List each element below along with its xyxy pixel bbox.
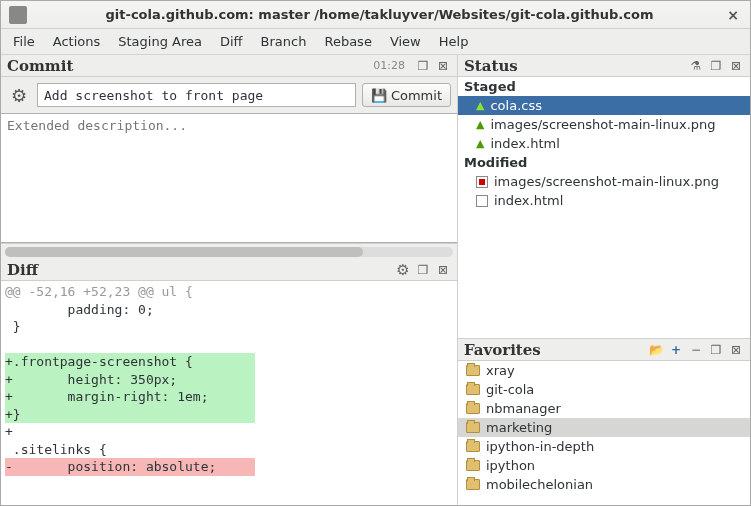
favorite-item-label: ipython [486, 458, 535, 473]
menu-diff[interactable]: Diff [220, 34, 243, 49]
folder-icon [466, 479, 480, 490]
favorite-item[interactable]: ipython [458, 456, 750, 475]
diff-line[interactable]: .sitelinks { [5, 441, 453, 459]
folder-icon [466, 441, 480, 452]
diff-line[interactable]: padding: 0; [5, 301, 453, 319]
favorite-item[interactable]: xray [458, 361, 750, 380]
status-item-label: cola.css [490, 98, 542, 113]
diff-panel-title: Diff [7, 261, 391, 279]
menu-staging-area[interactable]: Staging Area [118, 34, 202, 49]
favorite-item-label: nbmanager [486, 401, 561, 416]
status-section-staged[interactable]: Staged [458, 77, 750, 96]
gear-icon[interactable]: ⚙ [7, 83, 31, 107]
filter-icon[interactable]: ⚗ [688, 58, 704, 74]
close-panel-icon[interactable]: ⊠ [728, 342, 744, 358]
favorite-item-label: mobilechelonian [486, 477, 593, 492]
staged-icon: ▲ [476, 99, 484, 112]
restore-icon[interactable]: ❐ [415, 262, 431, 278]
diff-line[interactable]: } [5, 318, 453, 336]
add-icon[interactable]: + [668, 342, 684, 358]
app-icon [9, 6, 27, 24]
status-item[interactable]: ▲images/screenshot-main-linux.png [458, 115, 750, 134]
commit-description-input[interactable] [1, 113, 457, 243]
menu-help[interactable]: Help [439, 34, 469, 49]
open-folder-icon[interactable]: 📂 [648, 342, 664, 358]
window-close-button[interactable]: × [724, 7, 742, 23]
close-panel-icon[interactable]: ⊠ [435, 58, 451, 74]
status-item-label: images/screenshot-main-linux.png [490, 117, 715, 132]
status-panel-title: Status [464, 57, 684, 75]
menu-rebase[interactable]: Rebase [324, 34, 371, 49]
commit-toolbar: ⚙ 💾 Commit [1, 77, 457, 113]
commit-panel-header: Commit 01:28 ❐ ⊠ [1, 55, 457, 77]
commit-button-label: Commit [391, 88, 442, 103]
window-titlebar: git-cola.github.com: master /home/takluy… [1, 1, 750, 29]
folder-icon [466, 422, 480, 433]
close-panel-icon[interactable]: ⊠ [435, 262, 451, 278]
favorites-list[interactable]: xraygit-colanbmanagermarketingipython-in… [458, 361, 750, 506]
window-title: git-cola.github.com: master /home/takluy… [35, 7, 724, 22]
commit-button[interactable]: 💾 Commit [362, 83, 451, 107]
favorite-item[interactable]: nbmanager [458, 399, 750, 418]
save-icon: 💾 [371, 88, 387, 103]
close-panel-icon[interactable]: ⊠ [728, 58, 744, 74]
commit-scrollbar[interactable] [1, 243, 457, 259]
status-item-label: index.html [494, 193, 563, 208]
status-panel-header: Status ⚗ ❐ ⊠ [458, 55, 750, 77]
folder-icon [466, 403, 480, 414]
diff-line[interactable]: - position: absolute; [5, 458, 453, 476]
menu-file[interactable]: File [13, 34, 35, 49]
diff-line[interactable]: +} [5, 406, 453, 424]
status-section-modified[interactable]: Modified [458, 153, 750, 172]
commit-counter: 01:28 [373, 59, 405, 72]
diff-line[interactable]: + height: 350px; [5, 371, 453, 389]
menu-branch[interactable]: Branch [261, 34, 307, 49]
status-tree[interactable]: Staged▲cola.css▲images/screenshot-main-l… [458, 77, 750, 339]
diff-panel-header: Diff ⚙ ❐ ⊠ [1, 259, 457, 281]
favorite-item-label: ipython-in-depth [486, 439, 594, 454]
diff-line[interactable]: + [5, 423, 453, 441]
favorite-item-label: marketing [486, 420, 552, 435]
file-icon [476, 176, 488, 188]
status-item-label: index.html [490, 136, 559, 151]
menu-actions[interactable]: Actions [53, 34, 101, 49]
status-item[interactable]: index.html [458, 191, 750, 210]
favorites-panel-header: Favorites 📂 + − ❐ ⊠ [458, 339, 750, 361]
favorite-item[interactable]: ipython-in-depth [458, 437, 750, 456]
status-item[interactable]: images/screenshot-main-linux.png [458, 172, 750, 191]
favorite-item[interactable]: marketing [458, 418, 750, 437]
diff-line[interactable]: +.frontpage-screenshot { [5, 353, 453, 371]
favorite-item-label: xray [486, 363, 515, 378]
commit-summary-input[interactable] [37, 83, 356, 107]
diff-line[interactable]: + margin-right: 1em; [5, 388, 453, 406]
remove-icon[interactable]: − [688, 342, 704, 358]
status-item[interactable]: ▲cola.css [458, 96, 750, 115]
restore-icon[interactable]: ❐ [415, 58, 431, 74]
favorite-item[interactable]: git-cola [458, 380, 750, 399]
file-icon [476, 195, 488, 207]
menubar: FileActionsStaging AreaDiffBranchRebaseV… [1, 29, 750, 55]
folder-icon [466, 460, 480, 471]
restore-icon[interactable]: ❐ [708, 58, 724, 74]
favorites-panel-title: Favorites [464, 341, 644, 359]
diff-viewer[interactable]: @@ -52,16 +52,23 @@ ul { padding: 0; } +… [1, 281, 457, 506]
status-item-label: images/screenshot-main-linux.png [494, 174, 719, 189]
diff-line[interactable]: @@ -52,16 +52,23 @@ ul { [5, 283, 453, 301]
favorite-item[interactable]: mobilechelonian [458, 475, 750, 494]
diff-line[interactable] [5, 336, 453, 354]
commit-panel-title: Commit [7, 57, 369, 75]
restore-icon[interactable]: ❐ [708, 342, 724, 358]
folder-icon [466, 384, 480, 395]
status-item[interactable]: ▲index.html [458, 134, 750, 153]
staged-icon: ▲ [476, 118, 484, 131]
favorite-item-label: git-cola [486, 382, 534, 397]
gear-icon[interactable]: ⚙ [395, 262, 411, 278]
folder-icon [466, 365, 480, 376]
staged-icon: ▲ [476, 137, 484, 150]
menu-view[interactable]: View [390, 34, 421, 49]
